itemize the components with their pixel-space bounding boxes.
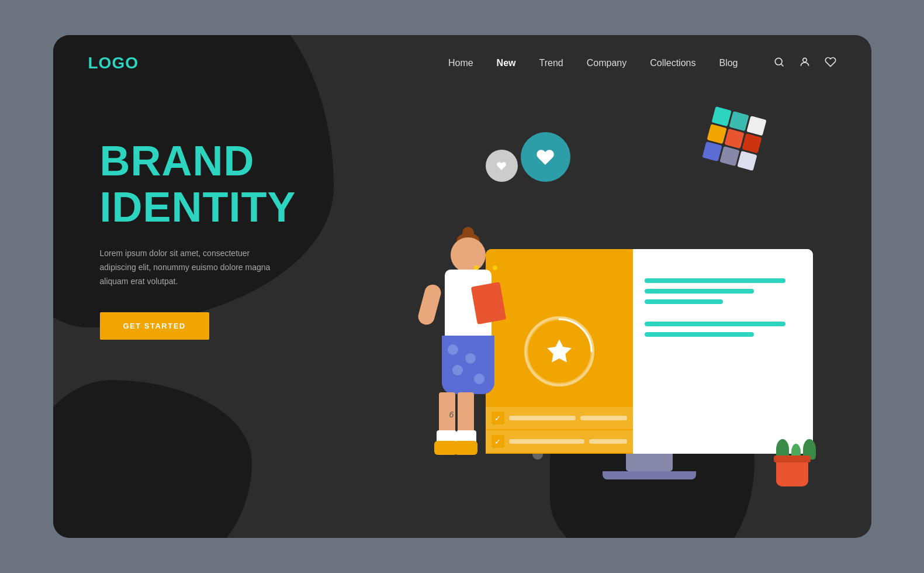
swatch-5 — [724, 129, 744, 149]
heart-icon[interactable] — [825, 56, 836, 71]
nav-link-home[interactable]: Home — [448, 58, 473, 68]
nav-item-trend[interactable]: Trend — [539, 58, 563, 68]
nav-icons — [773, 56, 836, 71]
person-tattoo: 6 — [449, 410, 454, 419]
person-illustration: 6 — [410, 237, 527, 483]
nav-item-company[interactable]: Company — [587, 58, 627, 68]
check-line-2 — [580, 416, 627, 420]
swatch-9 — [737, 151, 757, 171]
monitor: ✓ ✓ — [486, 249, 813, 483]
svg-line-1 — [781, 64, 783, 66]
hero-title-line1: BRAND — [100, 137, 255, 184]
person-skirt — [442, 336, 494, 394]
hero-title: BRAND IDENTITY — [100, 138, 380, 230]
person-head — [451, 237, 486, 272]
nav-item-home[interactable]: Home — [448, 58, 473, 68]
swatch-4 — [707, 124, 726, 144]
monitor-base — [603, 471, 696, 479]
nav-links: Home New Trend Company Collections Blog — [448, 58, 738, 68]
search-icon[interactable] — [773, 56, 785, 71]
swatch-2 — [729, 111, 749, 131]
nav-item-collections[interactable]: Collections — [650, 58, 695, 68]
person-book — [470, 282, 506, 325]
monitor-right-panel — [633, 249, 813, 454]
monitor-screen: ✓ ✓ — [486, 249, 813, 454]
hero-section: BRAND IDENTITY Lorem ipsum dolor sit ame… — [53, 91, 871, 530]
nav-item-blog[interactable]: Blog — [719, 58, 738, 68]
hero-title-line2: IDENTITY — [100, 184, 296, 230]
swatch-3 — [746, 116, 766, 136]
navbar: LOGO Home New Trend Company Collections … — [53, 35, 871, 91]
check-line-4 — [589, 439, 627, 444]
user-icon[interactable] — [799, 56, 811, 71]
logo[interactable]: LOGO — [88, 54, 139, 73]
plant-pot — [776, 460, 808, 486]
heart-bubble-large — [521, 132, 570, 182]
teal-line-3 — [645, 299, 723, 304]
swatch-8 — [719, 146, 739, 166]
monitor-stand — [626, 454, 673, 471]
nav-link-collections[interactable]: Collections — [650, 58, 695, 68]
nav-link-company[interactable]: Company — [587, 58, 627, 68]
cta-button[interactable]: GET STARTED — [100, 312, 209, 340]
hero-right: ✓ ✓ — [380, 103, 825, 530]
svg-point-2 — [802, 58, 807, 62]
teal-line-1 — [645, 278, 785, 283]
teal-line-4 — [645, 322, 785, 326]
person-arm-left — [416, 283, 442, 327]
hero-description: Lorem ipsum dolor sit amet, consectetuer… — [100, 247, 275, 288]
swatch-7 — [702, 141, 722, 161]
nav-link-trend[interactable]: Trend — [539, 58, 563, 68]
plant-decoration — [776, 439, 816, 486]
swatch-1 — [711, 106, 731, 126]
earring-right — [493, 265, 497, 270]
swatch-6 — [742, 133, 762, 153]
nav-item-new[interactable]: New — [497, 58, 516, 68]
svg-point-0 — [775, 58, 782, 65]
main-card: LOGO Home New Trend Company Collections … — [53, 35, 871, 538]
color-palette — [702, 106, 783, 175]
teal-line-2 — [645, 289, 755, 294]
nav-link-blog[interactable]: Blog — [719, 58, 738, 68]
hero-left: BRAND IDENTITY Lorem ipsum dolor sit ame… — [100, 103, 380, 340]
heart-bubble-small — [486, 150, 518, 182]
teal-line-5 — [645, 332, 755, 337]
nav-link-new[interactable]: New — [497, 58, 516, 68]
person-shoe-right — [454, 441, 477, 455]
